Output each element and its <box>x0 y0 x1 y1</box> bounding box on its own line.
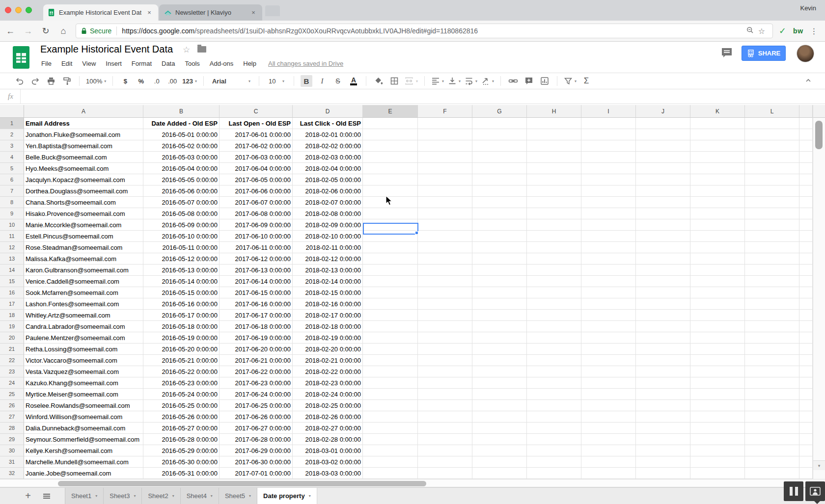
cell[interactable] <box>799 219 813 231</box>
cell[interactable]: Email Address <box>24 118 143 129</box>
cell[interactable] <box>690 355 745 366</box>
cell[interactable]: 2017-06-08 0:00:00 <box>220 208 293 219</box>
insert-chart-icon[interactable] <box>539 75 550 87</box>
bw-extension-icon[interactable]: bw <box>793 27 803 35</box>
cell[interactable] <box>418 366 472 377</box>
row-header-20[interactable]: 20 <box>0 332 24 344</box>
cell[interactable] <box>418 434 472 445</box>
browser-tab-sheets[interactable]: Example Historical Event Data × <box>43 4 158 21</box>
cell[interactable] <box>527 366 581 377</box>
collapse-toolbar-icon[interactable] <box>802 75 814 86</box>
cell[interactable] <box>363 129 418 140</box>
cell[interactable] <box>472 298 527 310</box>
cell[interactable] <box>690 174 745 186</box>
cell[interactable] <box>472 287 527 298</box>
cell[interactable] <box>472 400 527 411</box>
cell[interactable] <box>581 242 636 253</box>
cell[interactable] <box>527 152 581 163</box>
row-header-9[interactable]: 9 <box>0 208 24 219</box>
menu-help[interactable]: Help <box>238 58 261 69</box>
cell[interactable] <box>527 456 581 468</box>
cell[interactable]: 2018-03-02 0:00:00 <box>293 456 363 468</box>
cell[interactable]: Belle.Buck@someemail.com <box>24 152 143 163</box>
cell[interactable] <box>527 445 581 456</box>
cell[interactable]: 2016-05-01 0:00:00 <box>143 129 220 140</box>
cell[interactable] <box>636 445 690 456</box>
cell[interactable]: 2018-02-11 0:00:00 <box>293 242 363 253</box>
cell[interactable] <box>527 344 581 355</box>
cell[interactable] <box>690 332 745 344</box>
cell[interactable] <box>581 298 636 310</box>
cell[interactable] <box>799 231 813 242</box>
cell[interactable] <box>799 253 813 265</box>
cell[interactable] <box>363 355 418 366</box>
cell[interactable] <box>799 186 813 197</box>
cell[interactable] <box>363 152 418 163</box>
cell[interactable] <box>636 276 690 287</box>
column-header-I[interactable]: I <box>581 105 636 118</box>
cell[interactable]: 2016-05-14 0:00:00 <box>143 276 220 287</box>
cell[interactable]: 2016-05-04 0:00:00 <box>143 163 220 174</box>
cell[interactable]: 2016-05-06 0:00:00 <box>143 186 220 197</box>
cell[interactable]: 2017-06-23 0:00:00 <box>220 377 293 389</box>
cell[interactable]: 2016-05-28 0:00:00 <box>143 434 220 445</box>
cell[interactable] <box>690 389 745 400</box>
cell[interactable] <box>418 355 472 366</box>
cell[interactable] <box>418 197 472 208</box>
menu-tools[interactable]: Tools <box>180 58 204 69</box>
paint-format-icon[interactable] <box>61 75 73 87</box>
tab-close-icon[interactable]: × <box>249 9 257 16</box>
cell[interactable]: Paulene.Mentzer@someemail.com <box>24 332 143 344</box>
cell[interactable] <box>636 434 690 445</box>
bookmark-star-icon[interactable]: ☆ <box>756 27 768 36</box>
cell[interactable] <box>581 411 636 423</box>
cell[interactable] <box>745 456 799 468</box>
cell[interactable]: 2017-06-20 0:00:00 <box>220 344 293 355</box>
row-header-12[interactable]: 12 <box>0 242 24 253</box>
cell[interactable]: 2018-02-19 0:00:00 <box>293 332 363 344</box>
row-header-13[interactable]: 13 <box>0 253 24 265</box>
decrease-decimals-button[interactable]: .0 <box>151 75 163 87</box>
format-currency-button[interactable]: $ <box>119 75 131 87</box>
cell[interactable] <box>636 197 690 208</box>
cell[interactable] <box>581 321 636 332</box>
cell[interactable]: 2016-05-07 0:00:00 <box>143 197 220 208</box>
cell[interactable] <box>472 423 527 434</box>
window-minimize-button[interactable] <box>15 7 22 13</box>
cell[interactable] <box>418 219 472 231</box>
cell[interactable] <box>799 456 813 468</box>
share-button[interactable]: SHARE <box>742 46 786 61</box>
row-header-27[interactable]: 27 <box>0 411 24 423</box>
cell[interactable]: 2017-06-24 0:00:00 <box>220 389 293 400</box>
insert-comment-icon[interactable] <box>523 75 535 87</box>
cell[interactable] <box>527 298 581 310</box>
cell[interactable] <box>745 242 799 253</box>
cell[interactable]: Yen.Baptista@someemail.com <box>24 140 143 152</box>
filter-icon[interactable]: ▾ <box>564 75 577 87</box>
cell[interactable] <box>690 298 745 310</box>
row-header-31[interactable]: 31 <box>0 456 24 468</box>
cell[interactable]: 2018-02-02 0:00:00 <box>293 140 363 152</box>
cell[interactable]: Whitley.Artz@someemail.com <box>24 310 143 321</box>
column-header-A[interactable]: A <box>24 105 143 118</box>
font-select[interactable]: Arial▾ <box>210 75 252 87</box>
menu-insert[interactable]: Insert <box>101 58 127 69</box>
cell[interactable] <box>472 219 527 231</box>
cell[interactable]: Karon.Gulbranson@someemail.com <box>24 265 143 276</box>
cell[interactable] <box>799 174 813 186</box>
cell[interactable] <box>690 118 745 129</box>
increase-decimals-button[interactable]: .00 <box>166 75 178 87</box>
cell[interactable] <box>363 445 418 456</box>
cell[interactable] <box>363 434 418 445</box>
cell[interactable] <box>636 332 690 344</box>
cell[interactable] <box>581 186 636 197</box>
cell[interactable] <box>527 140 581 152</box>
cell[interactable]: 2016-05-20 0:00:00 <box>143 344 220 355</box>
cell[interactable] <box>418 321 472 332</box>
cell[interactable]: 2016-05-16 0:00:00 <box>143 298 220 310</box>
cell[interactable] <box>472 174 527 186</box>
cell[interactable] <box>799 310 813 321</box>
document-title[interactable]: Example Historical Event Data <box>40 44 173 55</box>
cell[interactable] <box>581 163 636 174</box>
bold-button[interactable]: B <box>301 75 312 87</box>
